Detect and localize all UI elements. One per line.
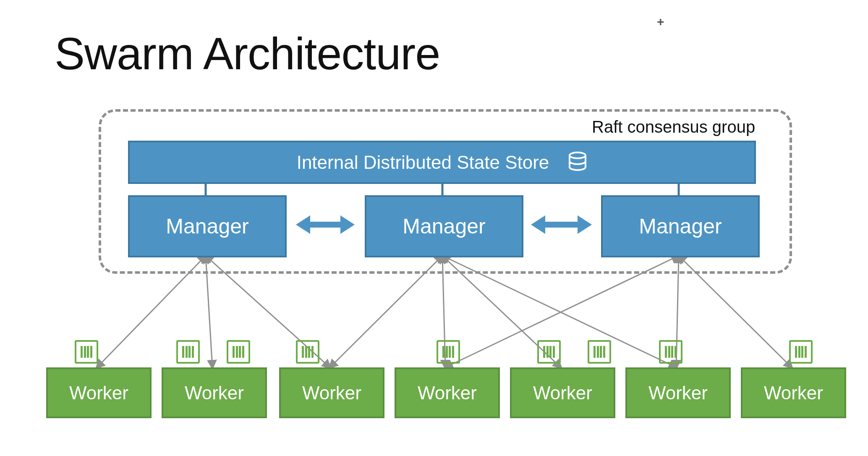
container-icon: [537, 340, 561, 364]
container-icon: [176, 340, 200, 364]
svg-point-0: [570, 152, 586, 158]
slide: + Swarm Architecture Raft consensus grou…: [0, 0, 868, 456]
container-icon: [227, 340, 250, 364]
manager-node: Manager: [601, 195, 760, 257]
container-icon: [659, 340, 682, 364]
worker-node: Worker: [162, 367, 267, 418]
cursor-icon: +: [657, 15, 664, 29]
worker-node: Worker: [279, 367, 384, 418]
worker-node: Worker: [510, 367, 615, 418]
worker-node: Worker: [625, 367, 731, 418]
container-icon: [296, 340, 319, 364]
container-icon: [75, 340, 98, 364]
worker-node: Worker: [395, 367, 500, 418]
container-icon: [789, 340, 813, 364]
manager-node: Manager: [365, 195, 523, 257]
raft-group-label: Raft consensus group: [592, 118, 755, 136]
worker-node: Worker: [741, 367, 846, 418]
slide-title: Swarm Architecture: [55, 27, 440, 80]
container-icon: [588, 340, 611, 364]
manager-node: Manager: [128, 195, 287, 257]
state-store-label: Internal Distributed State Store: [297, 152, 549, 173]
worker-node: Worker: [46, 367, 152, 418]
database-icon: [568, 152, 587, 173]
state-store-bar: Internal Distributed State Store: [128, 141, 756, 184]
container-icon: [437, 340, 460, 364]
